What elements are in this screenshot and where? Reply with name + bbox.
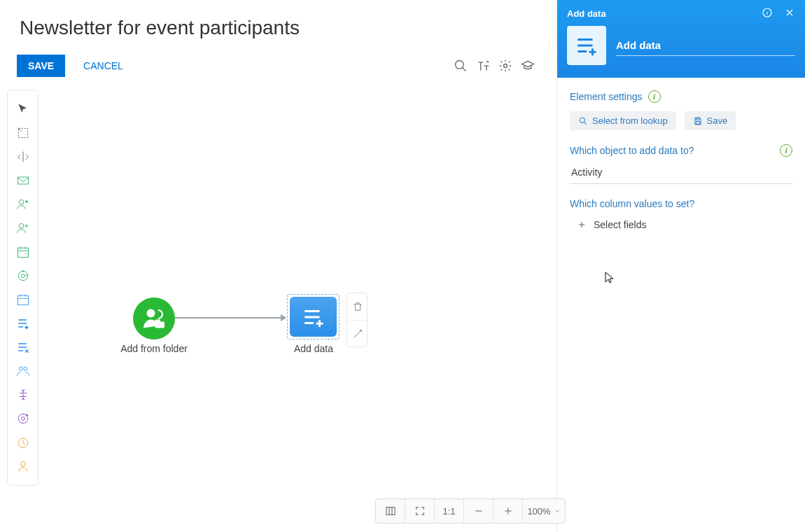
zoom-toolbar: 1:1 100% bbox=[375, 498, 566, 524]
zoom-level-dropdown[interactable]: 100% bbox=[523, 499, 565, 523]
element-settings-link[interactable]: Element settings bbox=[570, 91, 643, 102]
svg-line-1 bbox=[463, 68, 466, 71]
page-title: Newsletter for event participants bbox=[0, 0, 556, 39]
svg-point-18 bbox=[147, 309, 155, 318]
zoom-level-label: 100% bbox=[527, 506, 550, 517]
panel-header-title: Add data bbox=[567, 8, 762, 19]
panel-close-icon[interactable] bbox=[784, 7, 795, 20]
panel-save-label: Save bbox=[707, 115, 728, 126]
search-icon[interactable] bbox=[451, 57, 470, 75]
add-from-folder-node[interactable] bbox=[133, 298, 175, 340]
flow-connector[interactable] bbox=[175, 317, 286, 318]
object-input[interactable] bbox=[570, 161, 792, 184]
save-button[interactable]: SAVE bbox=[17, 55, 65, 77]
panel-element-icon bbox=[567, 26, 606, 65]
columns-section-label: Which column values to set? bbox=[570, 198, 792, 209]
svg-point-2 bbox=[504, 64, 507, 68]
zoom-out-button[interactable] bbox=[464, 499, 493, 523]
svg-rect-20 bbox=[155, 320, 161, 323]
svg-rect-24 bbox=[696, 118, 699, 120]
select-fields-button[interactable]: Select fields bbox=[570, 219, 646, 230]
svg-rect-21 bbox=[386, 507, 395, 515]
side-panel: Add data Element settings i bbox=[556, 0, 805, 532]
select-from-lookup-label: Select from lookup bbox=[592, 115, 668, 126]
svg-point-23 bbox=[580, 118, 584, 122]
fit-screen-button[interactable] bbox=[405, 499, 435, 523]
actual-size-button[interactable]: 1:1 bbox=[435, 499, 464, 523]
object-section-label: Which object to add data to? i bbox=[570, 144, 792, 157]
svg-point-0 bbox=[456, 61, 464, 69]
connect-node-button[interactable] bbox=[347, 320, 368, 346]
add-data-node[interactable] bbox=[287, 294, 340, 340]
panel-save-button[interactable]: Save bbox=[685, 111, 736, 130]
font-size-icon[interactable] bbox=[474, 57, 492, 75]
panel-header: Add data bbox=[557, 0, 805, 78]
campaign-canvas[interactable]: Add from folder Add data bbox=[0, 77, 556, 532]
academy-icon[interactable] bbox=[519, 57, 537, 75]
layout-columns-button[interactable] bbox=[376, 499, 405, 523]
cancel-button[interactable]: CANCEL bbox=[83, 60, 123, 71]
add-from-folder-label: Add from folder bbox=[108, 343, 200, 354]
select-from-lookup-button[interactable]: Select from lookup bbox=[570, 111, 676, 130]
delete-node-button[interactable] bbox=[347, 293, 368, 320]
element-name-input[interactable] bbox=[616, 35, 795, 56]
main-toolbar: SAVE CANCEL bbox=[0, 39, 556, 77]
zoom-in-button[interactable] bbox=[493, 499, 523, 523]
node-action-menu bbox=[346, 293, 368, 347]
info-icon[interactable]: i bbox=[780, 144, 792, 157]
settings-icon[interactable] bbox=[496, 57, 514, 75]
svg-rect-25 bbox=[696, 121, 699, 124]
add-data-node-label: Add data bbox=[279, 343, 349, 354]
panel-info-icon[interactable] bbox=[762, 7, 773, 20]
info-icon[interactable]: i bbox=[648, 90, 661, 103]
select-fields-label: Select fields bbox=[594, 219, 646, 230]
